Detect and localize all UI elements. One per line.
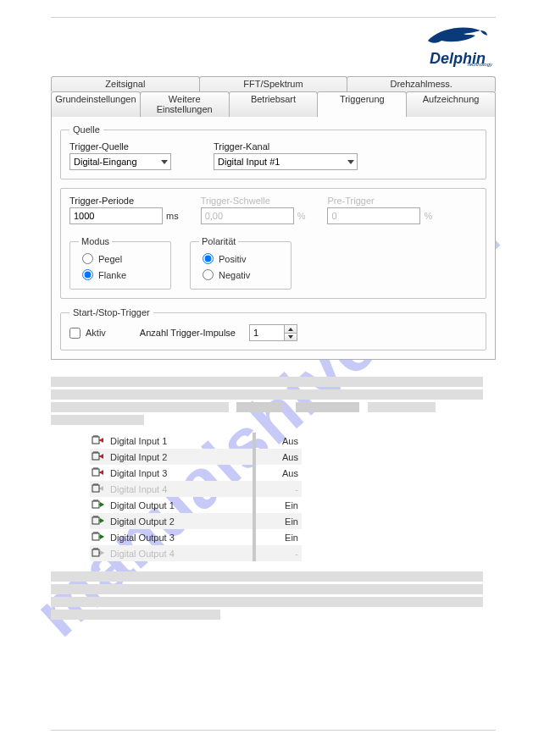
group-modus-legend: Modus xyxy=(79,236,112,246)
group-polaritaet-legend: Polarität xyxy=(199,236,238,246)
trigger-quelle-label: Trigger-Quelle xyxy=(69,141,171,152)
tab-triggerung[interactable]: Triggerung xyxy=(317,91,407,117)
radio-positiv-label: Positiv xyxy=(219,254,246,264)
tab-zeitsignal[interactable]: Zeitsignal xyxy=(51,76,200,91)
aktiv-checkbox-row[interactable]: Aktiv xyxy=(69,328,106,339)
io-row: Digital Input 3Aus xyxy=(90,465,302,481)
radio-pegel[interactable]: Pegel xyxy=(82,253,162,264)
group-startstop-legend: Start-/Stop-Trigger xyxy=(69,307,153,317)
radio-positiv[interactable]: Positiv xyxy=(203,253,282,264)
tab-aufzeichnung[interactable]: Aufzeichnung xyxy=(406,91,496,117)
trigger-kanal-label: Trigger-Kanal xyxy=(214,141,358,152)
aktiv-checkbox[interactable] xyxy=(69,328,81,339)
io-table: Digital Input 1Aus Digital Input 2Aus Di… xyxy=(90,433,302,561)
svg-rect-7 xyxy=(92,549,99,556)
svg-rect-3 xyxy=(92,485,99,492)
tab-fft-spektrum[interactable]: FFT/Spektrum xyxy=(199,76,348,91)
trigger-kanal-select[interactable]: Digital Input #1 xyxy=(214,153,358,170)
trigger-schwelle-input xyxy=(201,207,294,224)
io-value: Aus xyxy=(256,449,302,465)
io-icon xyxy=(90,545,108,561)
svg-rect-4 xyxy=(92,501,99,508)
trigger-quelle-select[interactable]: Digital-Eingang xyxy=(69,153,171,170)
trigger-periode-label: Trigger-Periode xyxy=(69,196,179,206)
radio-flanke-input[interactable] xyxy=(82,269,93,280)
io-name: Digital Output 2 xyxy=(108,513,253,529)
io-icon xyxy=(90,497,108,513)
io-row: Digital Output 1Ein xyxy=(90,497,302,513)
group-quelle-legend: Quelle xyxy=(69,124,103,135)
io-value: - xyxy=(256,481,302,497)
impulse-input[interactable] xyxy=(249,324,285,341)
io-row: Digital Output 4- xyxy=(90,545,302,561)
pre-trigger-unit: % xyxy=(424,211,432,221)
group-quelle: Quelle Trigger-Quelle Digital-Eingang Tr… xyxy=(60,124,486,179)
radio-pegel-label: Pegel xyxy=(98,254,122,264)
trigger-periode-unit: ms xyxy=(166,211,179,221)
io-value: Ein xyxy=(256,497,302,513)
io-name: Digital Output 4 xyxy=(108,545,253,561)
tab-row-top: Zeitsignal FFT/Spektrum Drehzahlmess. xyxy=(51,76,496,91)
io-row: Digital Input 1Aus xyxy=(90,433,302,449)
group-trigger-params: Trigger-Periode ms Trigger-Schwelle % xyxy=(60,188,486,299)
io-name: Digital Output 1 xyxy=(108,497,253,513)
io-value: Aus xyxy=(256,465,302,481)
dolphin-icon xyxy=(419,22,496,52)
page-header: Delphin Technology xyxy=(51,18,496,73)
radio-flanke[interactable]: Flanke xyxy=(82,269,162,280)
io-value: - xyxy=(256,545,302,561)
io-value: Aus xyxy=(256,433,302,449)
impulse-label: Anzahl Trigger-Impulse xyxy=(140,328,236,338)
pre-trigger-label: Pre-Trigger xyxy=(327,196,432,206)
description-paragraph xyxy=(51,375,496,426)
trigger-periode-input[interactable] xyxy=(69,207,163,224)
io-value: Ein xyxy=(256,513,302,529)
aktiv-label: Aktiv xyxy=(86,328,106,338)
tab-betriebsart[interactable]: Betriebsart xyxy=(229,91,319,117)
description-paragraph-2 xyxy=(51,570,496,621)
tab-row-bottom: Grundeinstellungen Weitere Einstellungen… xyxy=(51,91,496,117)
svg-rect-1 xyxy=(92,453,99,460)
pre-trigger-input xyxy=(327,207,420,224)
io-name: Digital Output 3 xyxy=(108,529,253,545)
group-polaritaet: Polarität Positiv Negativ xyxy=(190,236,291,290)
group-modus: Modus Pegel Flanke xyxy=(69,236,171,290)
radio-positiv-input[interactable] xyxy=(203,253,214,264)
trigger-schwelle-unit: % xyxy=(297,211,306,221)
io-name: Digital Input 1 xyxy=(108,433,253,449)
tab-drehzahlmess[interactable]: Drehzahlmess. xyxy=(347,76,496,91)
svg-rect-2 xyxy=(92,469,99,476)
io-name: Digital Input 4 xyxy=(108,481,253,497)
radio-pegel-input[interactable] xyxy=(82,253,93,264)
impulse-step-down[interactable] xyxy=(285,333,297,340)
tab-grundeinstellungen[interactable]: Grundeinstellungen xyxy=(51,91,141,117)
delphin-logo: Delphin Technology xyxy=(419,22,496,67)
io-name: Digital Input 3 xyxy=(108,465,253,481)
radio-negativ[interactable]: Negativ xyxy=(203,269,282,280)
svg-rect-0 xyxy=(92,437,99,444)
io-icon xyxy=(90,481,108,497)
radio-negativ-label: Negativ xyxy=(219,270,250,280)
svg-rect-5 xyxy=(92,517,99,524)
io-row: Digital Input 4- xyxy=(90,481,302,497)
io-icon xyxy=(90,465,108,481)
impulse-step-up[interactable] xyxy=(285,325,297,333)
config-panel: Zeitsignal FFT/Spektrum Drehzahlmess. Gr… xyxy=(51,76,496,360)
radio-negativ-input[interactable] xyxy=(203,269,214,280)
io-icon xyxy=(90,529,108,545)
group-startstop: Start-/Stop-Trigger Aktiv Anzahl Trigger… xyxy=(60,307,486,350)
svg-rect-6 xyxy=(92,533,99,540)
io-icon xyxy=(90,433,108,449)
io-row: Digital Output 3Ein xyxy=(90,529,302,545)
io-row: Digital Input 2Aus xyxy=(90,449,302,465)
io-name: Digital Input 2 xyxy=(108,449,253,465)
radio-flanke-label: Flanke xyxy=(98,270,126,280)
io-icon xyxy=(90,449,108,465)
tab-weitere-einstellungen[interactable]: Weitere Einstellungen xyxy=(140,91,230,117)
trigger-schwelle-label: Trigger-Schwelle xyxy=(201,196,306,206)
io-icon xyxy=(90,513,108,529)
io-value: Ein xyxy=(256,529,302,545)
io-row: Digital Output 2Ein xyxy=(90,513,302,529)
